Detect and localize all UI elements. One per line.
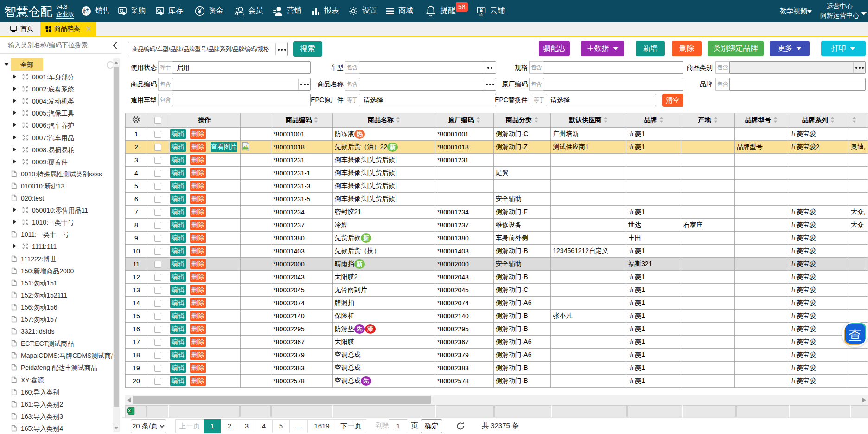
svg-text:X: X: [128, 408, 131, 413]
svg-text:¥: ¥: [480, 7, 483, 13]
svg-text:特: 特: [83, 7, 89, 14]
